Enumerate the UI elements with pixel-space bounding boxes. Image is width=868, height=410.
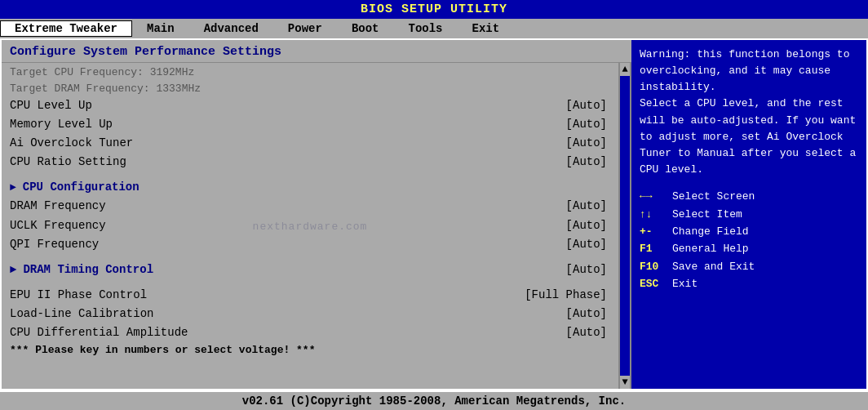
setting-value: [Auto] — [566, 305, 607, 323]
menu-item-boot[interactable]: Boot — [337, 20, 394, 37]
info-cpu-freq: Target CPU Frequency: 3192MHz — [10, 65, 613, 81]
submenu-cpu-configuration[interactable]: ► CPU Configuration — [10, 178, 613, 197]
key-select-screen: ←→ — [640, 188, 672, 205]
setting-label: DRAM Frequency — [10, 197, 106, 216]
submenu-dram-timing[interactable]: ► DRAM Timing Control [Auto] — [10, 261, 613, 279]
setting-label: CPU Ratio Setting — [10, 153, 126, 172]
submenu2-value: [Auto] — [566, 261, 607, 279]
key-row-select-item: ↑↓ Select Item — [640, 206, 858, 223]
setting-dram-frequency[interactable]: DRAM Frequency [Auto] — [10, 197, 613, 216]
setting-value: [Auto] — [566, 323, 607, 342]
title-bar: BIOS SETUP UTILITY — [0, 0, 868, 19]
scroll-track — [620, 76, 630, 376]
setting-load-line[interactable]: Load-Line Calibration [Auto] — [10, 305, 613, 323]
arrow-icon: ► — [10, 179, 16, 196]
arrow-icon2: ► — [10, 261, 16, 279]
menu-item-main[interactable]: Main — [132, 20, 189, 37]
right-panel: Warning: this function belongs to overcl… — [631, 38, 868, 390]
setting-epu-phase[interactable]: EPU II Phase Control [Full Phase] — [10, 286, 613, 305]
key-row-change-field: +- Change Field — [640, 223, 858, 240]
setting-ai-overclock-tuner[interactable]: Ai Overclock Tuner [Auto] — [10, 134, 613, 153]
submenu2-label: DRAM Timing Control — [23, 261, 153, 279]
key-row-esc: ESC Exit — [640, 275, 858, 292]
setting-cpu-differential[interactable]: CPU Differential Amplitude [Auto] — [10, 323, 613, 342]
scroll-up-arrow[interactable]: ▲ — [620, 63, 630, 76]
setting-uclk-frequency[interactable]: UCLK Frequency [Auto] — [10, 216, 613, 235]
setting-cpu-ratio[interactable]: CPU Ratio Setting [Auto] — [10, 153, 613, 172]
menu-item-exit[interactable]: Exit — [458, 20, 515, 37]
main-content: Configure System Performance Settings Ta… — [0, 38, 868, 390]
setting-label: CPU Differential Amplitude — [10, 323, 188, 342]
scroll-down-arrow[interactable]: ▼ — [620, 376, 630, 389]
key-desc-change-field: Change Field — [672, 223, 749, 240]
footer: v02.61 (C)Copyright 1985-2008, American … — [0, 390, 868, 410]
setting-qpi-frequency[interactable]: QPI Frequency [Auto] — [10, 235, 613, 254]
submenu-label: CPU Configuration — [23, 178, 140, 197]
left-panel: Configure System Performance Settings Ta… — [0, 38, 631, 390]
setting-label: UCLK Frequency — [10, 216, 106, 235]
setting-value: [Auto] — [566, 235, 607, 254]
key-help: ←→ Select Screen ↑↓ Select Item +- Chang… — [640, 188, 858, 293]
menu-bar: Extreme Tweaker Main Advanced Power Boot… — [0, 19, 868, 38]
scrollbar[interactable]: ▲ ▼ — [618, 63, 631, 389]
key-desc-f1: General Help — [672, 240, 749, 257]
key-select-item: ↑↓ — [640, 206, 672, 223]
setting-label: Memory Level Up — [10, 115, 113, 134]
key-f10: F10 — [640, 258, 672, 275]
key-change-field: +- — [640, 223, 672, 240]
key-row-f1: F1 General Help — [640, 240, 858, 257]
menu-item-advanced[interactable]: Advanced — [189, 20, 273, 37]
left-panel-title: Configure System Performance Settings — [2, 40, 631, 63]
key-desc-esc: Exit — [672, 275, 698, 292]
setting-value: [Auto] — [566, 153, 607, 172]
info-dram-freq: Target DRAM Frequency: 1333MHz — [10, 81, 613, 97]
setting-label: QPI Frequency — [10, 235, 99, 254]
key-desc-select-item: Select Item — [672, 206, 742, 223]
key-row-select-screen: ←→ Select Screen — [640, 188, 858, 205]
key-esc: ESC — [640, 275, 672, 292]
setting-value: [Auto] — [566, 216, 607, 235]
menu-item-tools[interactable]: Tools — [393, 20, 457, 37]
setting-value: [Auto] — [566, 115, 607, 134]
key-f1: F1 — [640, 240, 672, 257]
setting-label: Ai Overclock Tuner — [10, 134, 133, 153]
setting-value: [Full Phase] — [525, 286, 607, 305]
setting-memory-level-up[interactable]: Memory Level Up [Auto] — [10, 115, 613, 134]
setting-value: [Auto] — [566, 197, 607, 216]
setting-label: EPU II Phase Control — [10, 286, 147, 305]
help-text: Warning: this function belongs to overcl… — [640, 47, 858, 178]
setting-value: [Auto] — [566, 96, 607, 115]
menu-item-extreme-tweaker[interactable]: Extreme Tweaker — [0, 20, 132, 37]
menu-item-power[interactable]: Power — [273, 20, 337, 37]
setting-cpu-level-up[interactable]: CPU Level Up [Auto] — [10, 96, 613, 115]
setting-value: [Auto] — [566, 134, 607, 153]
setting-label: Load-Line Calibration — [10, 305, 153, 323]
left-panel-inner: Target CPU Frequency: 3192MHz Target DRA… — [2, 63, 618, 389]
key-row-f10: F10 Save and Exit — [640, 258, 858, 275]
key-desc-f10: Save and Exit — [672, 258, 755, 275]
warning-row: *** Please key in numbers or select volt… — [10, 342, 613, 359]
key-desc-select-screen: Select Screen — [672, 188, 755, 205]
app-title: BIOS SETUP UTILITY — [361, 2, 507, 16]
setting-label: CPU Level Up — [10, 96, 92, 115]
footer-text: v02.61 (C)Copyright 1985-2008, American … — [242, 394, 626, 408]
